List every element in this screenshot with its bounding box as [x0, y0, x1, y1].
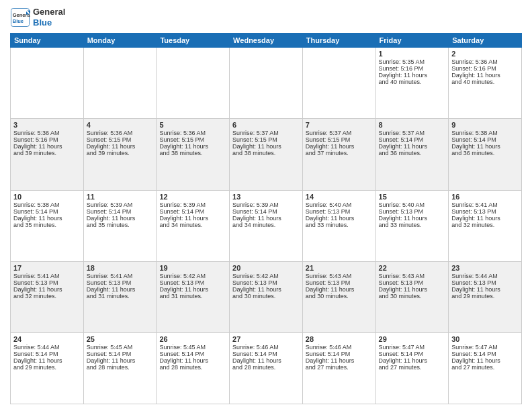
day-number: 29 [379, 335, 446, 343]
svg-text:General: General [13, 11, 30, 17]
calendar-cell: 24Sunrise: 5:44 AMSunset: 5:14 PMDayligh… [11, 332, 84, 404]
calendar-cell: 7Sunrise: 5:37 AMSunset: 5:15 PMDaylight… [302, 119, 375, 190]
day-number: 19 [159, 264, 226, 272]
calendar-cell [230, 48, 303, 119]
header: General Blue General Blue [10, 7, 522, 28]
day-number: 5 [159, 121, 226, 129]
calendar-week-row: 17Sunrise: 5:41 AMSunset: 5:13 PMDayligh… [11, 261, 522, 332]
day-number: 1 [379, 50, 446, 58]
calendar-table: SundayMondayTuesdayWednesdayThursdayFrid… [10, 33, 522, 404]
calendar-body: 1Sunrise: 5:35 AMSunset: 5:16 PMDaylight… [11, 48, 522, 404]
day-number: 25 [87, 335, 154, 343]
day-number: 14 [306, 193, 373, 201]
day-number: 21 [306, 264, 373, 272]
calendar-cell [157, 48, 230, 119]
calendar-cell: 23Sunrise: 5:44 AMSunset: 5:13 PMDayligh… [449, 261, 522, 332]
calendar-cell [83, 48, 157, 119]
calendar-cell: 12Sunrise: 5:39 AMSunset: 5:14 PMDayligh… [157, 190, 230, 261]
day-number: 9 [451, 121, 519, 129]
day-number: 15 [379, 193, 446, 201]
calendar-cell: 16Sunrise: 5:41 AMSunset: 5:13 PMDayligh… [449, 190, 522, 261]
calendar-cell: 10Sunrise: 5:38 AMSunset: 5:14 PMDayligh… [11, 190, 84, 261]
calendar-cell: 13Sunrise: 5:39 AMSunset: 5:14 PMDayligh… [230, 190, 303, 261]
day-number: 4 [87, 121, 154, 129]
calendar-cell: 27Sunrise: 5:46 AMSunset: 5:14 PMDayligh… [230, 332, 303, 404]
calendar-cell: 25Sunrise: 5:45 AMSunset: 5:14 PMDayligh… [83, 332, 157, 404]
calendar-cell: 9Sunrise: 5:38 AMSunset: 5:14 PMDaylight… [449, 119, 522, 190]
day-number: 6 [232, 121, 300, 129]
calendar-cell [302, 48, 375, 119]
logo-icon: General Blue [10, 7, 30, 28]
day-number: 7 [306, 121, 373, 129]
calendar-header-saturday: Saturday [449, 34, 522, 48]
logo-text: General Blue [33, 7, 65, 28]
logo: General Blue General Blue [10, 7, 65, 28]
day-number: 26 [159, 335, 226, 343]
day-number: 11 [87, 193, 154, 201]
calendar-cell: 1Sunrise: 5:35 AMSunset: 5:16 PMDaylight… [375, 48, 449, 119]
calendar-cell: 26Sunrise: 5:45 AMSunset: 5:14 PMDayligh… [157, 332, 230, 404]
calendar-cell: 29Sunrise: 5:47 AMSunset: 5:14 PMDayligh… [375, 332, 449, 404]
calendar-cell: 20Sunrise: 5:42 AMSunset: 5:13 PMDayligh… [230, 261, 303, 332]
day-number: 30 [451, 335, 519, 343]
calendar-cell: 3Sunrise: 5:36 AMSunset: 5:16 PMDaylight… [11, 119, 84, 190]
calendar-cell: 11Sunrise: 5:39 AMSunset: 5:14 PMDayligh… [83, 190, 157, 261]
calendar-header-monday: Monday [83, 34, 157, 48]
calendar-header-tuesday: Tuesday [157, 34, 230, 48]
day-number: 28 [306, 335, 373, 343]
calendar-cell: 2Sunrise: 5:36 AMSunset: 5:16 PMDaylight… [449, 48, 522, 119]
calendar-cell: 5Sunrise: 5:36 AMSunset: 5:15 PMDaylight… [157, 119, 230, 190]
page: General Blue General Blue SundayMondayTu… [0, 0, 532, 411]
calendar-cell: 14Sunrise: 5:40 AMSunset: 5:13 PMDayligh… [302, 190, 375, 261]
calendar-header-row: SundayMondayTuesdayWednesdayThursdayFrid… [11, 34, 522, 48]
calendar-week-row: 3Sunrise: 5:36 AMSunset: 5:16 PMDaylight… [11, 119, 522, 190]
day-number: 13 [232, 193, 300, 201]
calendar-cell: 15Sunrise: 5:40 AMSunset: 5:13 PMDayligh… [375, 190, 449, 261]
day-number: 17 [13, 264, 81, 272]
calendar-cell: 6Sunrise: 5:37 AMSunset: 5:15 PMDaylight… [230, 119, 303, 190]
day-number: 22 [379, 264, 446, 272]
svg-text:Blue: Blue [13, 17, 24, 24]
calendar-cell: 21Sunrise: 5:43 AMSunset: 5:13 PMDayligh… [302, 261, 375, 332]
day-number: 8 [379, 121, 446, 129]
calendar-cell: 19Sunrise: 5:42 AMSunset: 5:13 PMDayligh… [157, 261, 230, 332]
calendar-cell: 8Sunrise: 5:37 AMSunset: 5:14 PMDaylight… [375, 119, 449, 190]
day-number: 10 [13, 193, 81, 201]
day-number: 27 [232, 335, 300, 343]
day-number: 12 [159, 193, 226, 201]
calendar-header-thursday: Thursday [302, 34, 375, 48]
day-number: 16 [451, 193, 519, 201]
calendar-cell: 17Sunrise: 5:41 AMSunset: 5:13 PMDayligh… [11, 261, 84, 332]
calendar-header-wednesday: Wednesday [230, 34, 303, 48]
calendar-header-sunday: Sunday [11, 34, 84, 48]
calendar-week-row: 24Sunrise: 5:44 AMSunset: 5:14 PMDayligh… [11, 332, 522, 404]
calendar-cell: 18Sunrise: 5:41 AMSunset: 5:13 PMDayligh… [83, 261, 157, 332]
calendar-header-friday: Friday [375, 34, 449, 48]
calendar-week-row: 1Sunrise: 5:35 AMSunset: 5:16 PMDaylight… [11, 48, 522, 119]
day-number: 2 [451, 50, 519, 58]
calendar-week-row: 10Sunrise: 5:38 AMSunset: 5:14 PMDayligh… [11, 190, 522, 261]
calendar-cell: 30Sunrise: 5:47 AMSunset: 5:14 PMDayligh… [449, 332, 522, 404]
day-number: 20 [232, 264, 300, 272]
day-number: 18 [87, 264, 154, 272]
calendar-cell [11, 48, 84, 119]
calendar-cell: 4Sunrise: 5:36 AMSunset: 5:15 PMDaylight… [83, 119, 157, 190]
day-number: 23 [451, 264, 519, 272]
day-number: 24 [13, 335, 81, 343]
day-number: 3 [13, 121, 81, 129]
calendar-cell: 28Sunrise: 5:46 AMSunset: 5:14 PMDayligh… [302, 332, 375, 404]
calendar-cell: 22Sunrise: 5:43 AMSunset: 5:13 PMDayligh… [375, 261, 449, 332]
